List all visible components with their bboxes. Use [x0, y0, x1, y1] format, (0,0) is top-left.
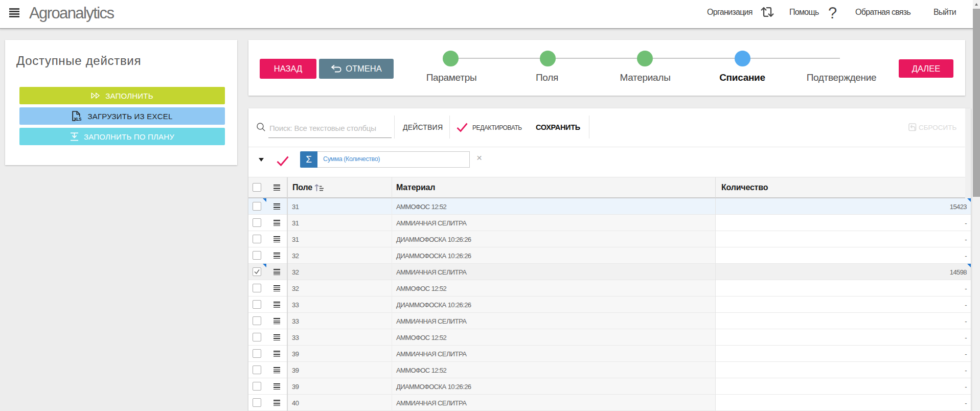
svg-text:XLS: XLS: [74, 117, 82, 121]
